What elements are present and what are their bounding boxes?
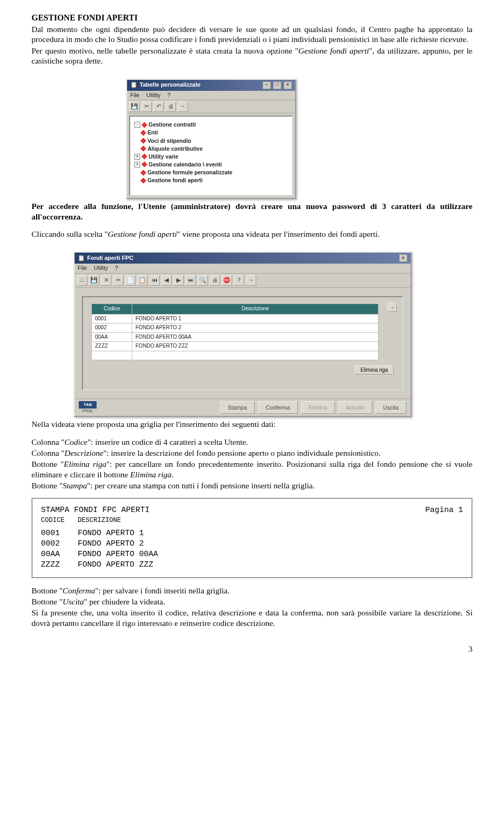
expand-icon [134, 130, 139, 135]
diamond-icon [141, 122, 147, 128]
diamond-icon [140, 146, 146, 152]
last-icon[interactable]: ⏭ [185, 275, 196, 286]
menu-utility[interactable]: Utility [94, 265, 108, 271]
col-descrizione[interactable]: Descrizione [132, 304, 379, 315]
expand-icon [134, 170, 139, 175]
cell-desc[interactable]: FONDO APERTO 00AA [132, 332, 379, 342]
elimina-button[interactable]: Elimina [301, 401, 334, 414]
opt-name: Gestione fondi aperti [298, 46, 369, 55]
table-row[interactable]: 0001FONDO APERTO 1 [92, 314, 379, 323]
tree-label: Voci di stipendio [148, 138, 191, 144]
cell-cod[interactable]: ZZZZ [92, 342, 132, 351]
exit-icon[interactable]: → [177, 101, 188, 112]
first-icon[interactable]: ⏮ [149, 275, 160, 286]
expand-icon [134, 147, 139, 151]
close-icon[interactable]: × [284, 81, 292, 89]
save-icon[interactable]: 💾 [89, 275, 99, 286]
cell-desc[interactable]: FONDO APERTO 1 [132, 314, 379, 323]
toolbar: □ 💾 ✕ ✂ 📄 📋 ⏮ ◀ ▶ ⏭ 🔍 🖨 ⛔ ? → [75, 274, 411, 288]
table-row[interactable]: 0002FONDO APERTO 2 [92, 323, 379, 333]
cell-desc[interactable]: FONDO APERTO ZZZ [132, 342, 379, 351]
annulla-button[interactable]: Annulla [338, 401, 372, 414]
exit-icon[interactable]: → [246, 275, 256, 286]
menu-file[interactable]: File [78, 265, 87, 271]
elimina-riga-button[interactable]: Elimina riga [355, 365, 394, 374]
opt-name: Gestione fondi aperti [108, 229, 177, 238]
menu-bar: File Utility ? [127, 91, 295, 101]
next-icon[interactable]: ▶ [173, 275, 184, 286]
undo-icon[interactable]: ↶ [153, 101, 164, 112]
grid-panel: ⌄ Codice Descrizione 0001FONDO APERTO 1 … [82, 296, 403, 390]
diamond-icon [140, 138, 146, 143]
print-icon[interactable]: 🖨 [165, 101, 176, 112]
tree-label: Enti [148, 129, 158, 136]
expand-icon [134, 139, 139, 143]
tree-item[interactable]: Aliquote contributive [143, 145, 289, 153]
cut-icon[interactable]: ✂ [113, 275, 123, 286]
table-row[interactable]: ZZZZFONDO APERTO ZZZ [92, 342, 379, 351]
para-click: Cliccando sulla scelta "Gestione fondi a… [32, 229, 472, 239]
menu-help[interactable]: ? [115, 265, 118, 271]
tree-label: Aliquote contributive [148, 145, 203, 152]
tree-item[interactable]: Gestione fondi aperti [143, 176, 289, 184]
expand-icon[interactable]: + [134, 154, 140, 160]
tree-label: Gestione contratti [149, 121, 196, 128]
line-codice: Colonna "Codice": inserire un codice di … [32, 437, 472, 447]
fondi-aperti-window: 📋 Fondi aperti FPC × File Utility ? □ 💾 … [74, 252, 412, 417]
window-title: Fondi aperti FPC [87, 255, 133, 262]
copy-icon[interactable]: 📄 [125, 275, 135, 286]
table-row[interactable] [92, 351, 379, 360]
section-title: GESTIONE FONDI APERTI [32, 13, 472, 23]
expand-icon[interactable]: + [134, 162, 140, 168]
print-listing: STAMPA FONDI FPC APERTI Pagina 1 CODICED… [32, 498, 472, 578]
menu-help[interactable]: ? [167, 92, 171, 98]
titlebar[interactable]: 📋 Tabelle personalizzate − □ × [127, 80, 295, 91]
print-row: ZZZZFONDO APERTO ZZZ [41, 560, 463, 570]
toolbar: 💾 ✂ ↶ 🖨 → [127, 100, 295, 113]
minimize-icon[interactable]: − [262, 81, 271, 89]
menu-utility[interactable]: Utility [146, 92, 161, 98]
text: " viene proposta una videata per l'inser… [177, 229, 380, 238]
stop-icon[interactable]: ⛔ [222, 275, 232, 286]
help-icon[interactable]: ? [234, 275, 244, 286]
cell-cod[interactable]: 00AA [92, 332, 132, 342]
cell-desc[interactable]: FONDO APERTO 2 [132, 323, 379, 333]
save-icon[interactable]: 💾 [129, 101, 140, 112]
tree-item[interactable]: Voci di stipendio [143, 137, 289, 145]
lookup-icon[interactable]: ⌄ [387, 302, 397, 312]
uscita-button[interactable]: Uscita [375, 401, 406, 414]
new-icon[interactable]: □ [77, 275, 87, 286]
stampa-button[interactable]: Stampa [220, 401, 255, 414]
tree-item[interactable]: Enti [143, 129, 289, 137]
tree-item[interactable]: Gestione formule personalizzate [143, 169, 289, 176]
prev-icon[interactable]: ◀ [161, 275, 172, 286]
menu-file[interactable]: File [130, 92, 140, 98]
delete-icon[interactable]: ✕ [101, 275, 111, 286]
titlebar[interactable]: 📋 Fondi aperti FPC × [75, 253, 411, 264]
expand-icon[interactable]: - [134, 122, 140, 128]
tree-item[interactable]: -Gestione contratti [143, 121, 289, 129]
paste-icon[interactable]: 📋 [137, 275, 148, 286]
close-icon[interactable]: × [399, 254, 407, 262]
cell-cod[interactable]: 0002 [92, 323, 132, 333]
conferma-button[interactable]: Conferma [258, 401, 298, 414]
cut-icon[interactable]: ✂ [141, 101, 152, 112]
print-title: STAMPA FONDI FPC APERTI [41, 505, 150, 516]
col-codice[interactable]: Codice [92, 304, 132, 315]
text: Per questo motivo, nelle tabelle persona… [32, 46, 298, 55]
text: Cliccando sulla scelta " [32, 229, 108, 238]
print-icon[interactable]: 🖨 [209, 275, 220, 286]
tab-prsl-logo: TAB PRSL [79, 401, 97, 414]
table-row[interactable]: 00AAFONDO APERTO 00AA [92, 332, 379, 342]
fondi-grid[interactable]: Codice Descrizione 0001FONDO APERTO 1 00… [91, 304, 379, 360]
print-headers: CODICEDESCRIZIONE [41, 516, 463, 525]
tree-label: Utility varie [149, 153, 178, 160]
cell-cod[interactable]: 0001 [92, 314, 132, 323]
tree-item[interactable]: +Gestione calendario \ eventi [143, 161, 289, 169]
maximize-icon[interactable]: □ [273, 81, 281, 89]
diamond-icon [140, 170, 146, 175]
diamond-icon [140, 130, 146, 135]
search-icon[interactable]: 🔍 [197, 275, 208, 286]
tree-label: Gestione fondi aperti [148, 177, 203, 184]
tree-item[interactable]: +Utility varie [143, 153, 289, 161]
